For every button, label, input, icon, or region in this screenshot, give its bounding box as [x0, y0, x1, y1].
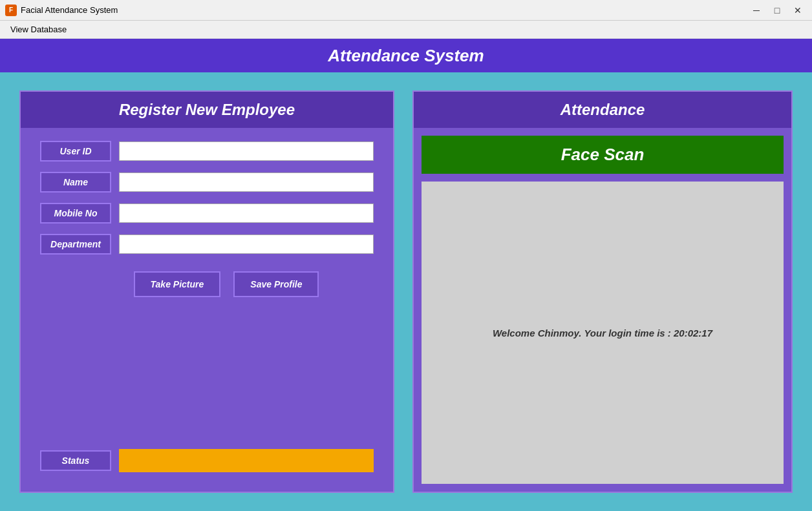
attendance-panel-title: Attendance — [561, 101, 645, 118]
department-label: Department — [40, 234, 111, 255]
action-buttons-row: Take Picture Save Profile — [79, 265, 374, 304]
status-label: Status — [40, 450, 111, 471]
minimize-button[interactable]: ─ — [747, 4, 765, 17]
header-banner-title: Attendance System — [328, 46, 484, 66]
name-label: Name — [40, 172, 111, 193]
camera-preview-area: Welcome Chinmoy. Your login time is : 20… — [422, 182, 784, 484]
mobileno-row: Mobile No — [40, 203, 374, 224]
register-panel: Register New Employee User ID Name Mobil… — [19, 90, 394, 493]
userid-row: User ID — [40, 141, 374, 162]
titlebar-controls: ─ □ ✕ — [747, 4, 807, 17]
app-icon: F — [5, 5, 17, 16]
mobileno-input[interactable] — [119, 203, 374, 223]
menubar: View Database — [0, 21, 812, 39]
status-bar — [119, 449, 374, 472]
save-profile-button[interactable]: Save Profile — [233, 271, 319, 297]
attendance-panel-header: Attendance — [414, 92, 791, 128]
take-picture-button[interactable]: Take Picture — [134, 271, 221, 297]
face-scan-button[interactable]: Face Scan — [422, 136, 784, 174]
main-content: Register New Employee User ID Name Mobil… — [0, 72, 812, 511]
mobileno-label: Mobile No — [40, 203, 111, 224]
menubar-item-view-database[interactable]: View Database — [5, 22, 72, 37]
close-button[interactable]: ✕ — [789, 4, 807, 17]
register-panel-title: Register New Employee — [119, 101, 295, 118]
welcome-message: Welcome Chinmoy. Your login time is : 20… — [493, 328, 712, 339]
maximize-button[interactable]: □ — [768, 4, 786, 17]
name-row: Name — [40, 172, 374, 193]
userid-label: User ID — [40, 141, 111, 162]
name-input[interactable] — [119, 172, 374, 192]
register-form: User ID Name Mobile No Department Take P… — [21, 128, 393, 492]
department-input[interactable] — [119, 235, 374, 254]
titlebar: F Facial Attendance System ─ □ ✕ — [0, 0, 812, 21]
status-row: Status — [40, 443, 374, 479]
attendance-panel: Attendance Face Scan Welcome Chinmoy. Yo… — [412, 90, 793, 493]
userid-input[interactable] — [119, 141, 374, 161]
titlebar-title: Facial Attendance System — [21, 5, 118, 15]
header-banner: Attendance System — [0, 39, 812, 72]
department-row: Department — [40, 234, 374, 255]
titlebar-left: F Facial Attendance System — [5, 5, 118, 16]
register-panel-header: Register New Employee — [21, 92, 393, 128]
